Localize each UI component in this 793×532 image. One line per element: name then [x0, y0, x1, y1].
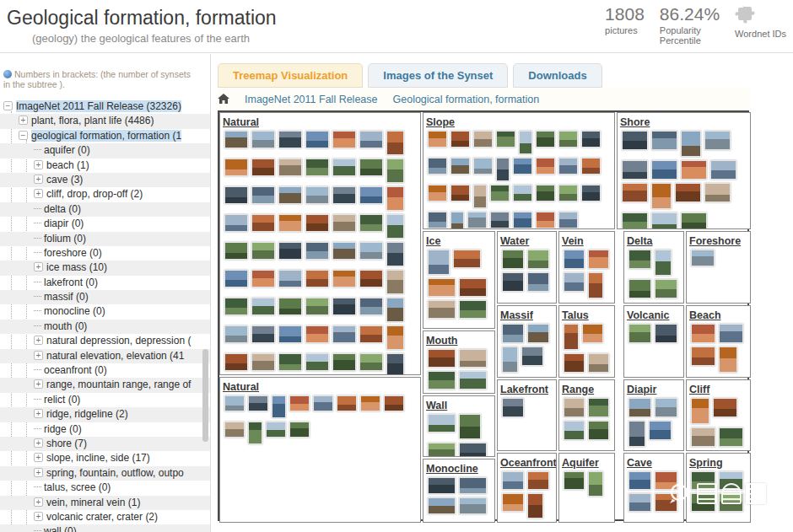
tree-item-label[interactable]: foreshore (0) — [44, 247, 102, 259]
tree-item[interactable]: +beach (1) — [0, 159, 210, 173]
thumbnail-image[interactable] — [513, 212, 532, 228]
treemap-cell-label[interactable]: Volcanic — [627, 309, 669, 322]
thumbnail-image[interactable] — [224, 353, 248, 371]
tree-item[interactable]: folium (0) — [0, 232, 210, 246]
tree-item-label[interactable]: aquifer (0) — [44, 144, 90, 156]
thumbnail-image[interactable] — [386, 353, 404, 375]
thumbnail-image[interactable] — [386, 186, 404, 211]
treemap-cell[interactable]: Massif — [497, 305, 557, 378]
thumbnail-image[interactable] — [473, 185, 487, 208]
treemap-cell[interactable]: Foreshore — [686, 231, 751, 304]
thumbnail-image[interactable] — [513, 185, 532, 202]
thumbnail-image[interactable] — [251, 270, 275, 287]
thumbnail-image[interactable] — [428, 158, 447, 175]
thumbnail-image[interactable] — [681, 160, 707, 180]
tree-expander-icon[interactable]: + — [34, 409, 43, 418]
treemap-cell[interactable]: Lakefront — [497, 379, 557, 451]
thumbnail-image[interactable] — [332, 325, 356, 343]
treemap-cell[interactable]: Aquifer — [558, 453, 615, 523]
tree-item-label[interactable]: vein, mineral vein (1) — [46, 497, 140, 508]
treemap-cell[interactable]: Natural — [219, 112, 421, 375]
tab-treemap-visualization[interactable]: Treemap Visualization — [218, 63, 363, 88]
thumbnail-image[interactable] — [502, 471, 524, 490]
treemap-cell-label[interactable]: Mouth — [426, 334, 457, 347]
thumbnail-image[interactable] — [527, 493, 543, 519]
thumbnail-image[interactable] — [251, 242, 275, 260]
thumbnail-image[interactable] — [649, 421, 672, 440]
thumbnail-image[interactable] — [691, 493, 715, 512]
thumbnail-image[interactable] — [651, 131, 677, 150]
tree-item[interactable]: +vein, mineral vein (1) — [0, 496, 210, 510]
thumbnail-image[interactable] — [428, 414, 456, 433]
thumbnail-image[interactable] — [581, 131, 601, 148]
thumbnail-image[interactable] — [519, 131, 532, 154]
tree-item[interactable]: +spring, fountain, outflow, outpo — [0, 466, 210, 481]
thumbnail-image[interactable] — [386, 131, 404, 155]
tree-item[interactable]: +range, mountain range, range of — [0, 378, 210, 392]
thumbnail-image[interactable] — [675, 183, 701, 202]
thumbnail-image[interactable] — [428, 300, 456, 319]
tree-expander-icon[interactable]: + — [34, 175, 43, 184]
thumbnail-image[interactable] — [588, 398, 609, 417]
tree-expander-icon[interactable]: + — [34, 351, 43, 360]
tree-item-label[interactable]: ridge (0) — [44, 423, 82, 435]
tree-item-label[interactable]: range, mountain range, range of — [46, 379, 191, 390]
home-icon[interactable] — [218, 94, 229, 105]
tree-expander-icon[interactable]: + — [34, 468, 43, 477]
thumbnail-image[interactable] — [691, 347, 715, 366]
thumbnail-image[interactable] — [278, 325, 302, 343]
thumbnail-image[interactable] — [305, 325, 329, 343]
thumbnail-image[interactable] — [622, 183, 648, 202]
breadcrumb-link[interactable]: ImageNet 2011 Fall Release — [245, 94, 378, 105]
tree-item-label[interactable]: ice mass (10) — [46, 261, 107, 273]
thumbnail-image[interactable] — [628, 279, 651, 298]
treemap-cell[interactable]: Spring — [686, 453, 751, 523]
thumbnail-image[interactable] — [272, 395, 286, 418]
thumbnail-image[interactable] — [459, 371, 487, 390]
thumbnail-image[interactable] — [628, 324, 651, 343]
thumbnail-image[interactable] — [248, 422, 262, 444]
thumbnail-image[interactable] — [558, 212, 578, 228]
tree-item-label[interactable]: natural elevation, elevation (41 — [46, 350, 184, 362]
thumbnail-image[interactable] — [473, 131, 493, 148]
thumbnail-image[interactable] — [588, 421, 609, 440]
treemap-cell[interactable]: Delta — [623, 231, 684, 304]
tree-item[interactable]: +natural elevation, elevation (41 — [0, 349, 210, 363]
sidebar-scrollbar-thumb[interactable] — [202, 349, 208, 442]
tree-item-label[interactable]: diapir (0) — [44, 218, 84, 229]
thumbnail-image[interactable] — [536, 131, 555, 148]
thumbnail-image[interactable] — [305, 298, 329, 315]
thumbnail-image[interactable] — [564, 324, 579, 350]
thumbnail-image[interactable] — [332, 186, 356, 204]
thumbnail-image[interactable] — [251, 325, 275, 343]
thumbnail-image[interactable] — [428, 185, 447, 202]
tree-item[interactable]: talus, scree (0) — [0, 481, 210, 495]
treemap-cell-label[interactable]: Slope — [426, 116, 455, 129]
thumbnail-image[interactable] — [719, 427, 743, 447]
thumbnail-image[interactable] — [691, 398, 709, 424]
treemap-cell-label[interactable]: Water — [500, 234, 529, 248]
thumbnail-image[interactable] — [332, 214, 356, 232]
tree-item-label[interactable]: natural depression, depression ( — [46, 335, 191, 347]
thumbnail-image[interactable] — [622, 131, 648, 150]
tree-item-label[interactable]: plant, flora, plant life (4486) — [31, 115, 154, 126]
thumbnail-image[interactable] — [428, 349, 456, 368]
tab-images-of-the-synset[interactable]: Images of the Synset — [368, 63, 508, 88]
thumbnail-image[interactable] — [359, 298, 383, 315]
thumbnail-image[interactable] — [681, 131, 701, 157]
thumbnail-image[interactable] — [251, 159, 275, 176]
thumbnail-image[interactable] — [527, 272, 549, 292]
thumbnail-image[interactable] — [582, 324, 603, 343]
thumbnail-image[interactable] — [384, 395, 404, 411]
thumbnail-image[interactable] — [453, 250, 481, 268]
tree-item-label[interactable]: wall (0) — [44, 525, 77, 532]
treemap-cell-label[interactable]: Diapir — [627, 383, 656, 396]
thumbnail-image[interactable] — [564, 353, 585, 373]
thumbnail-image[interactable] — [496, 131, 515, 148]
thumbnail-image[interactable] — [224, 422, 245, 438]
thumbnail-image[interactable] — [691, 250, 715, 266]
tree-item[interactable]: −geological formation, formation (1 — [0, 129, 210, 143]
thumbnail-image[interactable] — [713, 398, 737, 417]
thumbnail-image[interactable] — [359, 186, 383, 204]
thumbnail-image[interactable] — [502, 272, 524, 292]
